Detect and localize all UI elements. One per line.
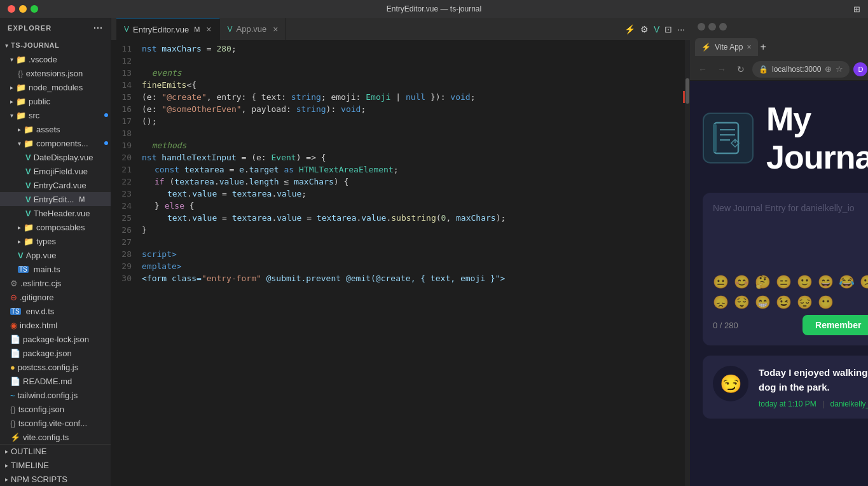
sidebar-item-tailwind[interactable]: ~ tailwind.config.js	[0, 388, 111, 402]
entry-emoji-icon: 😏	[720, 373, 742, 394]
address-bar[interactable]: 🔒 localhost:3000 ⊕ ☆	[752, 61, 850, 78]
zoom-icon[interactable]: ⊕	[825, 64, 832, 74]
emoji-slightly-smile[interactable]: 🙂	[797, 274, 813, 289]
sidebar-item-assets[interactable]: ▸ 📁 assets	[0, 122, 111, 136]
emoji-beaming[interactable]: 😁	[755, 295, 771, 310]
sidebar-item-vscode[interactable]: ▾ 📁 .vscode	[0, 52, 111, 66]
split-editor-icon[interactable]: ⊞	[853, 4, 860, 14]
tab-appvue[interactable]: V App.vue ×	[220, 18, 287, 40]
vite-tab-icon: ⚡	[701, 43, 711, 52]
sidebar-item-postcss[interactable]: ● postcss.config.js	[0, 360, 111, 374]
browser-titlebar	[690, 18, 868, 36]
sidebar-item-emojifield[interactable]: V EmojiField.vue	[0, 164, 111, 178]
close-button[interactable]	[8, 5, 15, 13]
sidebar-item-viteconfig[interactable]: ⚡ vite.config.ts	[0, 430, 111, 444]
maximize-button[interactable]	[31, 5, 38, 13]
sidebar-item-packagejson[interactable]: 📄 package.json	[0, 346, 111, 360]
browser-tab-close-icon[interactable]: ×	[747, 43, 751, 52]
folder-icon: 📁	[16, 83, 26, 92]
tab-close-icon[interactable]: ×	[206, 24, 211, 34]
browser-tab-vite[interactable]: ⚡ Vite App ×	[695, 38, 758, 56]
browser-tab-title: Vite App	[715, 43, 743, 52]
bookmark-icon[interactable]: ☆	[836, 64, 843, 74]
browser-close[interactable]	[698, 23, 705, 31]
remember-button[interactable]: Remember →	[803, 315, 868, 335]
emoji-think[interactable]: 🤔	[755, 274, 771, 289]
emoji-relieved[interactable]: 😌	[734, 295, 750, 310]
emoji-disappointed[interactable]: 😞	[713, 295, 729, 310]
editor-scrollbar[interactable]	[685, 40, 690, 486]
browser-maximize[interactable]	[719, 23, 727, 31]
sidebar-item-envdts[interactable]: TS env.d.ts	[0, 304, 111, 318]
chevron-down-icon: ▾	[10, 112, 13, 119]
sidebar-item-packagelock[interactable]: 📄 package-lock.json	[0, 332, 111, 346]
browser-minimize[interactable]	[708, 23, 716, 31]
chevron-right-icon: ▸	[18, 126, 21, 133]
sidebar-item-appvue[interactable]: V App.vue	[0, 248, 111, 262]
svg-rect-1	[713, 124, 717, 152]
new-tab-button[interactable]: +	[761, 41, 766, 53]
sidebar-item-npmscripts[interactable]: ▸ NPM SCRIPTS	[0, 472, 111, 486]
types-label: types	[36, 237, 56, 246]
profile-icon[interactable]: D	[853, 62, 867, 76]
emoji-laugh[interactable]: 😂	[839, 274, 855, 289]
scrollbar-thumb[interactable]	[685, 78, 689, 104]
app-logo	[703, 113, 754, 163]
sidebar-item-maints[interactable]: TS main.ts	[0, 262, 111, 276]
forward-button[interactable]: →	[714, 62, 729, 77]
components-label: components...	[36, 139, 88, 148]
window-title: EntryEditor.vue — ts-journal	[387, 4, 481, 13]
back-button[interactable]: ←	[695, 62, 710, 77]
sidebar-item-tsconfigvite[interactable]: {} tsconfig.vite-conf...	[0, 416, 111, 430]
project-root[interactable]: ▾ TS-JOURNAL	[0, 38, 111, 52]
viteconfig-label: vite.config.ts	[23, 433, 69, 442]
sidebar-item-public[interactable]: ▸ 📁 public	[0, 94, 111, 108]
chevron-right-icon: ▸	[5, 448, 8, 455]
emoji-grin[interactable]: 😄	[818, 274, 834, 289]
sidebar-item-src[interactable]: ▾ 📁 src	[0, 108, 111, 122]
sidebar-item-entrycard[interactable]: V EntryCard.vue	[0, 178, 111, 192]
emoji-expressionless[interactable]: 😑	[776, 274, 792, 289]
emoji-pensive[interactable]: 😔	[797, 295, 813, 310]
code-line-22: if (textarea.value.length ≤ maxChars) {	[142, 176, 685, 188]
sidebar-item-tsconfig[interactable]: {} tsconfig.json	[0, 402, 111, 416]
tab-entryeditor[interactable]: V EntryEditor.vue M ×	[116, 18, 220, 40]
sidebar-item-entryeditor[interactable]: V EntryEdit... M	[0, 192, 111, 206]
chevron-down-icon: ▾	[18, 140, 21, 147]
more-actions-icon[interactable]: ···	[677, 24, 685, 34]
sidebar-item-outline[interactable]: ▸ OUTLINE	[0, 444, 111, 458]
emoji-confused[interactable]: 😕	[860, 274, 868, 289]
sidebar-item-gitignore[interactable]: ⊖ .gitignore	[0, 290, 111, 304]
sidebar-item-theheader[interactable]: V TheHeader.vue	[0, 206, 111, 220]
svg-rect-0	[714, 123, 738, 153]
entry-textarea[interactable]	[713, 203, 868, 267]
emoji-neutral[interactable]: 😐	[713, 274, 729, 289]
sidebar-item-indexhtml[interactable]: ◉ index.html	[0, 318, 111, 332]
emoji-wink[interactable]: 😉	[776, 295, 792, 310]
code-area[interactable]: nst maxChars = 280; events fineEmits<{ (…	[137, 40, 685, 486]
sidebar-item-node-modules[interactable]: ▸ 📁 node_modules	[0, 80, 111, 94]
sidebar-item-datedisplay[interactable]: V DateDisplay.vue	[0, 150, 111, 164]
sidebar-item-components[interactable]: ▾ 📁 components...	[0, 136, 111, 150]
sidebar-item-composables[interactable]: ▸ 📁 composables	[0, 220, 111, 234]
more-options-icon[interactable]: ···	[93, 23, 103, 33]
entry-username: danielkelly_io	[830, 399, 868, 408]
emoji-smile[interactable]: 😊	[734, 274, 750, 289]
sidebar-item-eslint[interactable]: ⚙ .eslintrc.cjs	[0, 276, 111, 290]
minimize-button[interactable]	[19, 5, 27, 13]
tab-close-icon[interactable]: ×	[273, 24, 278, 34]
browser-panel: ⚡ Vite App × + ← → ↻ 🔒 localhost:3000 ⊕ …	[690, 18, 868, 486]
emoji-no-mouth[interactable]: 😶	[818, 295, 834, 310]
reload-button[interactable]: ↻	[733, 62, 748, 77]
envdts-label: env.d.ts	[26, 307, 55, 316]
code-line-28: script>	[142, 248, 685, 260]
code-line-14: fineEmits<{	[142, 79, 685, 91]
sidebar-item-types[interactable]: ▸ 📁 types	[0, 234, 111, 248]
settings-icon[interactable]: ⚙	[640, 24, 649, 34]
sidebar-item-extensions[interactable]: {} extensions.json	[0, 66, 111, 80]
sidebar-item-timeline[interactable]: ▸ TIMELINE	[0, 458, 111, 472]
sidebar-item-readme[interactable]: 📄 README.md	[0, 374, 111, 388]
split-view-icon[interactable]: ⊡	[665, 24, 672, 34]
explorer-title: EXPLORER	[8, 24, 52, 32]
vue-file-icon: V	[25, 195, 31, 204]
